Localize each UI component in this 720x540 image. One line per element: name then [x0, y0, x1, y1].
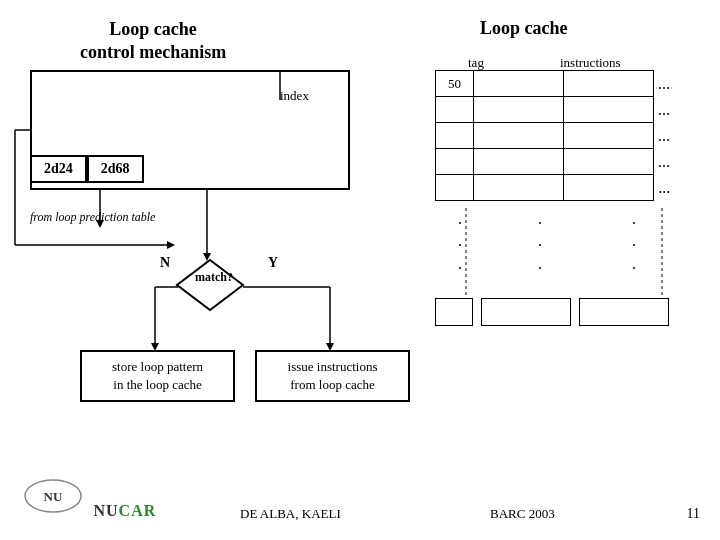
- instr-cell-r5c2: [564, 175, 654, 201]
- loop-cache-table: 50 ... ... ... ... ...: [435, 70, 675, 201]
- instr-cell-r2c1: [474, 97, 564, 123]
- slide: Loop cache control mechanism index 2d24 …: [0, 0, 720, 540]
- diamond-label: match?: [195, 270, 233, 285]
- from-loop-text: from loop prediction table: [30, 210, 155, 225]
- instr-cell-r3c1: [474, 123, 564, 149]
- instr-cell-r5c1: [474, 175, 564, 201]
- table-row: ...: [436, 97, 675, 123]
- reg-boxes: 2d24 2d68: [30, 155, 144, 183]
- dots-r2: ...: [654, 97, 675, 123]
- instr-cell-r1c1: [474, 71, 564, 97]
- bottom-instr-box1: [481, 298, 571, 326]
- action-box-store: store loop pattern in the loop cache: [80, 350, 235, 402]
- nucar-text: NUCAR: [94, 502, 157, 519]
- svg-marker-17: [177, 260, 243, 310]
- bottom-instr-box2: [579, 298, 669, 326]
- tag-cell-r5: [436, 175, 474, 201]
- vert-dots-mid: ...: [538, 208, 542, 275]
- table-row: ...: [436, 149, 675, 175]
- instr-cell-r4c1: [474, 149, 564, 175]
- nucar-logo: NU NUCAR: [18, 476, 156, 522]
- tag-label: tag: [468, 55, 484, 71]
- bottom-cache-row: [435, 298, 669, 326]
- cache-index-cell: 50: [436, 71, 474, 97]
- action-box-issue: issue instructions from loop cache: [255, 350, 410, 402]
- table-row: ...: [436, 123, 675, 149]
- nucar-nu: NU: [94, 502, 119, 519]
- nucar-car: CAR: [119, 502, 157, 519]
- diamond-shape: [175, 258, 245, 313]
- instr-cell-r2c2: [564, 97, 654, 123]
- table-row: 50 ...: [436, 71, 675, 97]
- instr-cell-r4c2: [564, 149, 654, 175]
- tag-cell-r4: [436, 149, 474, 175]
- instructions-label: instructions: [560, 55, 621, 71]
- reg-box-2d68: 2d68: [87, 155, 144, 183]
- dots-r1: ...: [654, 71, 675, 97]
- dots-r5: ...: [654, 175, 675, 201]
- diamond-container: [175, 258, 255, 318]
- instr-cell-r1c2: [564, 71, 654, 97]
- footer-conference: BARC 2003: [490, 506, 555, 522]
- left-title: Loop cache control mechanism: [80, 18, 226, 65]
- svg-text:NU: NU: [44, 489, 63, 504]
- instr-cell-r3c2: [564, 123, 654, 149]
- table-row: ...: [436, 175, 675, 201]
- svg-marker-5: [167, 241, 175, 249]
- reg-box-2d24: 2d24: [30, 155, 87, 183]
- tag-cell-r2: [436, 97, 474, 123]
- vert-dots-left: ...: [458, 208, 462, 275]
- right-title: Loop cache: [480, 18, 568, 39]
- bottom-tag-box: [435, 298, 473, 326]
- page-number: 11: [687, 506, 700, 522]
- dots-r3: ...: [654, 123, 675, 149]
- nucar-emblem: NU: [18, 476, 88, 516]
- tag-cell-r3: [436, 123, 474, 149]
- y-label: Y: [268, 255, 278, 271]
- dots-r4: ...: [654, 149, 675, 175]
- n-label: N: [160, 255, 170, 271]
- footer-credit: DE ALBA, KAELI: [240, 506, 341, 522]
- vert-dots-right: ...: [632, 208, 636, 275]
